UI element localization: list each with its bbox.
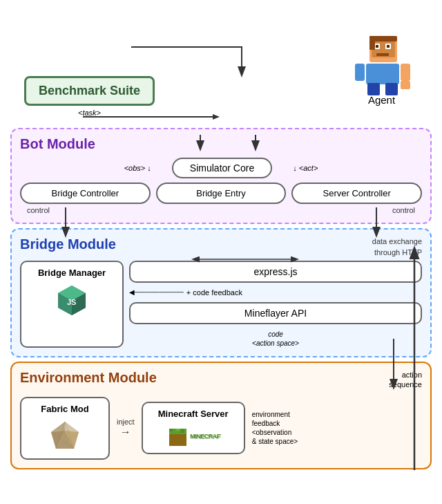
mineflayer-box: Mineflayer API xyxy=(129,302,422,324)
svg-text:JS: JS xyxy=(67,298,76,306)
env-module: Environment Module actionsequence Fabric… xyxy=(10,362,432,469)
agent-figure xyxy=(352,35,411,97)
svg-rect-14 xyxy=(401,81,410,89)
bridge-module-title: Bridge Module xyxy=(20,236,116,252)
control-left-label: control xyxy=(27,206,50,214)
server-controller-label: Server Controller xyxy=(323,188,391,198)
fabric-mod-box: Fabric Mod xyxy=(20,397,110,460)
obs-label: <obs> ↓ xyxy=(124,164,151,172)
mineflayer-label: Mineflayer API xyxy=(244,308,307,319)
bridge-manager-box: Bridge Manager JS xyxy=(20,261,124,348)
inject-label: inject xyxy=(117,418,135,426)
server-controller-box: Server Controller xyxy=(291,183,422,204)
svg-rect-8 xyxy=(369,36,375,50)
mc-server-box: Minecraft Server MINECRAFT MINECRAFT xyxy=(142,402,245,454)
bridge-controller-box: Bridge Controller xyxy=(20,183,151,204)
svg-marker-24 xyxy=(51,422,65,432)
bridge-entry-box: Bridge Entry xyxy=(156,183,287,204)
agent-label: Agent xyxy=(368,94,395,106)
architecture-diagram: Benchmark Suite xyxy=(10,35,432,469)
act-label: ↓ <act> xyxy=(293,164,318,172)
fabric-icon xyxy=(48,418,82,453)
svg-marker-16 xyxy=(213,114,220,120)
minecraft-logo: MINECRAFT MINECRAFT xyxy=(166,423,221,447)
bridge-entry-label: Bridge Entry xyxy=(196,188,246,198)
svg-rect-10 xyxy=(355,64,365,81)
task-arrow-svg xyxy=(76,107,366,127)
code-feedback-row: ◀────────── + code feedback xyxy=(129,288,422,297)
env-module-title: Environment Module xyxy=(20,370,157,386)
bot-module-title: Bot Module xyxy=(20,136,422,152)
bridge-module: Bridge Module data exchangethrough HTTP … xyxy=(10,228,432,357)
control-right-label: control xyxy=(392,206,415,214)
bridge-inner: Bridge Manager JS express.js xyxy=(20,261,422,348)
benchmark-suite-box: Benchmark Suite xyxy=(24,76,155,106)
bridge-manager-label: Bridge Manager xyxy=(38,268,106,278)
inject-arrow: inject → xyxy=(117,418,135,438)
bot-module: Bot Module <obs> ↓ Simulator Core ↓ <act… xyxy=(10,128,432,224)
env-inner: Fabric Mod inject xyxy=(20,397,422,460)
svg-rect-11 xyxy=(401,64,410,81)
bridge-right: express.js ◀────────── + code feedback M… xyxy=(129,261,422,348)
svg-text:MINECRAFT: MINECRAFT xyxy=(191,433,221,440)
mc-server-label: Minecraft Server xyxy=(158,409,229,419)
benchmark-label: Benchmark Suite xyxy=(39,84,140,97)
svg-rect-36 xyxy=(181,429,184,433)
bridge-controller-label: Bridge Controller xyxy=(52,188,119,198)
express-box: express.js xyxy=(129,261,422,283)
svg-rect-4 xyxy=(376,45,378,48)
simulator-core-box: Simulator Core xyxy=(172,158,272,178)
code-action-label: code<action space> xyxy=(129,330,422,348)
nodejs-icon: JS xyxy=(55,282,89,317)
env-feedback-label: environmentfeedback<observation& state s… xyxy=(252,410,422,446)
svg-rect-35 xyxy=(176,429,180,431)
svg-marker-23 xyxy=(65,422,79,432)
data-exchange-label: data exchangethrough HTTP xyxy=(372,236,422,258)
svg-rect-6 xyxy=(376,53,389,56)
controllers-row: Bridge Controller Bridge Entry Server Co… xyxy=(20,183,422,204)
simulator-core-label: Simulator Core xyxy=(190,162,254,174)
svg-rect-5 xyxy=(387,45,390,48)
code-feedback-label: + code feedback xyxy=(186,288,242,297)
express-label: express.js xyxy=(253,266,297,277)
svg-rect-9 xyxy=(366,64,399,84)
svg-rect-34 xyxy=(169,429,173,431)
action-sequence-label: actionsequence xyxy=(389,370,422,390)
control-labels: control control xyxy=(20,206,422,214)
fabric-mod-label: Fabric Mod xyxy=(41,404,88,414)
